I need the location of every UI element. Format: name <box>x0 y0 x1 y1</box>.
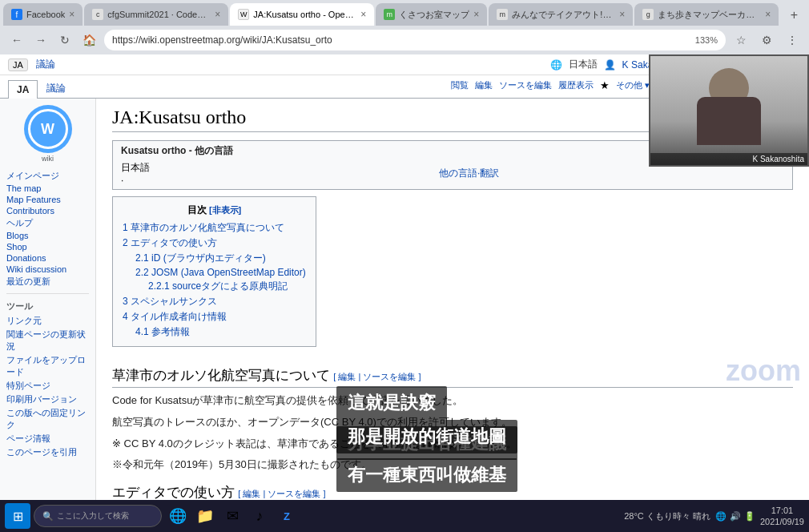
tab-map1[interactable]: m くさつお室マップ × <box>376 3 487 26</box>
toc-item-2-1: 2.1 iD (ブラウザ内エディター) <box>123 251 306 266</box>
toc-link-2-2[interactable]: 2.2 JOSM (Java OpenStreetMap Editor) <box>135 267 306 278</box>
forward-button[interactable]: → <box>30 30 51 50</box>
lang-box-title: Kusatsu ortho - 他の言語 <box>121 144 233 158</box>
taskbar-volume-icon: 🔊 <box>730 511 741 522</box>
toc-link-2-1[interactable]: 2.1 iD (ブラウザ内エディター) <box>135 252 266 264</box>
address-bar-row: ← → ↻ 🏠 https://wiki.openstreetmap.org/w… <box>0 26 809 54</box>
tab-osm[interactable]: W JA:Kusatsu ortho - OpenStreet... × <box>230 3 374 26</box>
wiki-action-history[interactable]: 履歴表示 <box>558 79 594 91</box>
taskbar-icon-mail[interactable]: ✉ <box>219 503 245 529</box>
sidebar-mapfeatures[interactable]: Map Features <box>3 194 92 205</box>
sidebar-wiki-discuss[interactable]: Wiki discussion <box>3 264 92 275</box>
sidebar-cite[interactable]: このページを引用 <box>3 445 92 459</box>
wiki-lang-badge: JA <box>8 58 28 71</box>
address-text: https://wiki.openstreetmap.org/wiki/JA:K… <box>112 34 695 46</box>
wiki-action-source[interactable]: ソースを編集 <box>499 79 552 91</box>
menu-button[interactable]: ⋮ <box>782 30 803 50</box>
wiki-logo-label: wiki <box>3 155 92 163</box>
taskbar-icon-music[interactable]: ♪ <box>247 503 272 529</box>
extensions-button[interactable]: ⚙ <box>756 30 777 50</box>
tab-cfg-label: cfgSummit2021 · CodeForGir... <box>107 10 211 19</box>
toc-link-2[interactable]: 2 エディタでの使い方 <box>123 237 217 248</box>
wiki-star-icon[interactable]: ★ <box>600 79 610 91</box>
toc-item-2-2-1: 2.2.1 sourceタグによる原典明記 <box>123 279 306 294</box>
sidebar-pageinfo[interactable]: ページ清報 <box>3 432 92 445</box>
taskbar-weather: 28°C くもり時々 晴れ <box>624 510 710 522</box>
toc-link-4-1[interactable]: 4.1 参考情報 <box>135 326 190 337</box>
subtitle-4: 有一種東西叫做維基 <box>336 458 517 492</box>
start-button[interactable]: ⊞ <box>5 503 30 529</box>
lang-links[interactable]: 他の言語·翻訳 <box>154 167 784 180</box>
sidebar-special[interactable]: 特別ページ <box>3 379 92 393</box>
section1-heading: 草津市のオルソ化航空写真について [ 編集 | ソースを編集 ] <box>112 366 793 388</box>
back-button[interactable]: ← <box>6 30 27 50</box>
taskbar-icon-folder[interactable]: 📁 <box>192 503 218 529</box>
wiki-action-read[interactable]: 閲覧 <box>451 79 469 91</box>
taskbar-icon-zoom[interactable]: Z <box>274 503 300 529</box>
new-tab-button[interactable]: + <box>783 5 804 26</box>
tab-map2-close[interactable]: × <box>619 9 625 20</box>
sidebar-linkelem[interactable]: リンク元 <box>3 314 92 328</box>
facebook-favicon: f <box>11 9 22 20</box>
tab-facebook-close[interactable]: × <box>69 9 74 20</box>
sidebar-upload[interactable]: ファイルをアップロード <box>3 353 92 379</box>
tab-map1-close[interactable]: × <box>473 9 479 20</box>
sidebar-blogs[interactable]: Blogs <box>3 230 92 241</box>
sidebar-contributors[interactable]: Contributors <box>3 205 92 216</box>
toc-toggle[interactable]: [非表示] <box>209 205 241 215</box>
sidebar-permalink[interactable]: この版への固定リンク <box>3 406 92 432</box>
tab-facebook[interactable]: f Facebook × <box>3 3 83 26</box>
bookmark-button[interactable]: ☆ <box>731 30 751 50</box>
tab-cfg[interactable]: c cfgSummit2021 · CodeForGir... × <box>84 3 228 26</box>
wiki-tab-ja-label: JA <box>17 84 29 95</box>
taskbar-sys-icons: 🌐 🔊 🔋 <box>715 511 755 522</box>
toc-item-4: 4 タイル作成者向け情報 <box>123 309 306 324</box>
sidebar-print[interactable]: 印刷用バージョン <box>3 393 92 406</box>
sidebar-main[interactable]: メインページ <box>3 169 92 183</box>
taskbar-search[interactable]: 🔍 ここに入力して検索 <box>34 505 162 527</box>
wiki-action-edit[interactable]: 編集 <box>475 79 493 91</box>
tab-guide[interactable]: g まち歩きマップベーカーバー 2021/0... × <box>634 3 779 26</box>
wiki-tab-ja[interactable]: JA <box>8 80 38 99</box>
wiki-action-more[interactable]: その他 ▾ <box>616 79 650 91</box>
osm-favicon: W <box>238 9 249 20</box>
toc-link-3[interactable]: 3 スペシャルサンクス <box>123 296 217 307</box>
sidebar: W wiki メインページ The map Map Features Contr… <box>0 99 96 532</box>
wiki-logo: W <box>24 105 72 153</box>
toc-item-2: 2 エディタでの使い方 <box>123 236 306 251</box>
section2-edit-link[interactable]: [ 編集 | ソースを編集 ] <box>238 489 325 498</box>
sidebar-help[interactable]: ヘルプ <box>3 216 92 230</box>
tab-cfg-close[interactable]: × <box>215 9 220 20</box>
toc-title: 目次 [非表示] <box>123 204 306 217</box>
address-bar[interactable]: https://wiki.openstreetmap.org/wiki/JA:K… <box>104 30 726 50</box>
camera-overlay: K Sakanoshita <box>649 54 809 167</box>
taskbar-search-icon: 🔍 <box>42 511 54 522</box>
reload-button[interactable]: ↻ <box>54 30 75 50</box>
home-button[interactable]: 🏠 <box>78 30 99 50</box>
toc-item-2-2: 2.2 JOSM (Java OpenStreetMap Editor) <box>123 266 306 279</box>
sidebar-shop[interactable]: Shop <box>3 241 92 252</box>
tab-map2[interactable]: m みんなでテイクアウト!MAP - 草本・ポ... × <box>489 3 633 26</box>
taskbar-icon-edge[interactable]: 🌐 <box>165 503 191 529</box>
wiki-tab-discuss[interactable]: 議論 <box>38 78 74 99</box>
wiki-lang-label: 日本語 <box>569 58 598 71</box>
sidebar-donations[interactable]: Donations <box>3 252 92 264</box>
zoom-icon: Z <box>284 510 290 522</box>
tab-osm-label: JA:Kusatsu ortho - OpenStreet... <box>253 10 356 19</box>
toc-link-4[interactable]: 4 タイル作成者向け情報 <box>123 311 227 322</box>
toc-link-2-2-1[interactable]: 2.2.1 sourceタグによる原典明記 <box>148 280 288 292</box>
zoom-level: 133% <box>695 35 718 45</box>
wiki-discuss-link[interactable]: 議論 <box>36 58 55 71</box>
sidebar-related[interactable]: 関連ページの更新状況 <box>3 328 92 353</box>
edge-icon: 🌐 <box>169 507 187 525</box>
toc-link-1[interactable]: 1 草津市のオルソ化航空写真について <box>123 222 284 233</box>
sidebar-themap[interactable]: The map <box>3 183 92 194</box>
section1-edit-link[interactable]: [ 編集 | ソースを編集 ] <box>333 372 421 381</box>
sidebar-recent[interactable]: 最近の更新 <box>3 275 92 288</box>
taskbar-pinned-icons: 🌐 📁 ✉ ♪ Z <box>165 503 300 529</box>
taskbar-clock: 17:01 2021/09/19 <box>760 505 804 528</box>
sidebar-tools: ツール リンク元 関連ページの更新状況 ファイルをアップロード 特別ページ 印刷… <box>3 299 92 459</box>
tab-guide-close[interactable]: × <box>765 9 771 20</box>
subtitle-1: 這就是訣竅 <box>336 386 447 420</box>
tab-osm-close[interactable]: × <box>360 9 366 20</box>
